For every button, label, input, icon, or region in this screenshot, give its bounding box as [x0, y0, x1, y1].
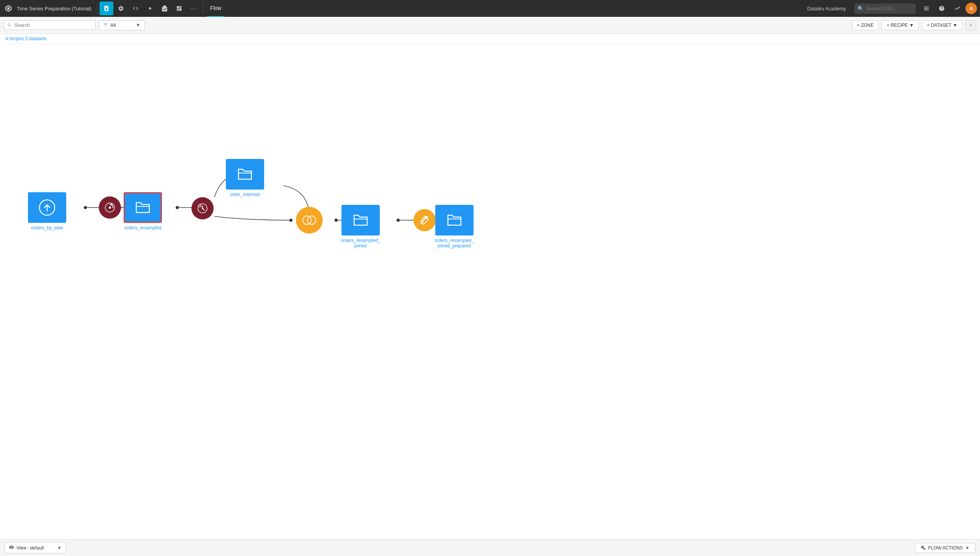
more-nav-btn[interactable]: ··· [187, 2, 201, 15]
svg-point-1 [7, 7, 10, 10]
flow-search-box[interactable] [4, 20, 96, 30]
view-dropdown-icon: ▼ [57, 545, 62, 551]
wrench-icon [921, 545, 926, 550]
project-title: Time Series Preparation (Tutorial) [17, 6, 91, 11]
add-recipe-label: + RECIPE [887, 23, 908, 28]
svg-point-18 [109, 206, 111, 209]
recipe-1-icon [103, 201, 116, 214]
svg-point-13 [335, 219, 338, 222]
user-avatar[interactable]: A [965, 3, 977, 14]
nav-right-icons: A [920, 2, 977, 15]
global-search-icon: 🔍 [858, 6, 864, 11]
app-logo[interactable] [3, 3, 14, 14]
flow-search-input[interactable] [14, 22, 92, 28]
view-selector[interactable]: View : default ▼ [5, 542, 66, 553]
filter-arrow-icon: ▼ [136, 22, 140, 28]
svg-point-11 [289, 219, 292, 222]
orders-by-date-box[interactable] [28, 192, 66, 223]
orders-resampled-joined-label: orders_resampled_joined [341, 238, 380, 249]
orders-resampled-label: orders_resampled [124, 225, 162, 231]
academy-link[interactable]: Dataiku Academy [803, 6, 851, 11]
help-btn[interactable] [935, 2, 949, 15]
order-intervals-box[interactable] [226, 159, 264, 190]
node-order-intervals[interactable]: order_intervals [226, 159, 264, 197]
view-label: View : default [16, 545, 44, 551]
flow-toolbar: All ▼ + ZONE + RECIPE ▼ + DATASET ▼ [0, 17, 980, 34]
node-recipe-2[interactable] [191, 197, 214, 219]
svg-point-24 [426, 217, 428, 219]
dashboard-nav-btn[interactable] [172, 2, 186, 15]
dataset-dropdown-icon: ▼ [953, 23, 957, 28]
recipe-1-circle[interactable] [99, 196, 121, 219]
search-icon [7, 23, 12, 28]
code-nav-btn[interactable] [129, 2, 142, 15]
add-dataset-label: + DATASET [927, 23, 951, 28]
global-search-input[interactable] [854, 3, 916, 14]
bottom-bar: View : default ▼ FLOW ACTIONS ▼ [0, 539, 980, 556]
settings-nav-btn[interactable] [114, 2, 128, 15]
dataset-upload-icon [38, 198, 57, 217]
orders-resampled-box[interactable] [124, 192, 162, 223]
svg-point-21 [199, 204, 201, 207]
svg-point-14 [397, 219, 400, 222]
node-prepare-recipe[interactable] [413, 209, 436, 231]
global-search-wrap: 🔍 [854, 3, 916, 14]
eye-icon [9, 545, 14, 551]
flow-nav-btn[interactable] [100, 2, 113, 15]
run-nav-btn[interactable] [143, 2, 157, 15]
nav-separator-2 [203, 4, 203, 13]
apps-grid-btn[interactable] [920, 2, 933, 15]
svg-point-20 [202, 208, 203, 209]
filter-icon [103, 22, 108, 28]
prepare-icon [418, 214, 431, 227]
recipe-2-circle[interactable] [191, 197, 214, 219]
flow-tab-label[interactable]: Flow [207, 0, 225, 17]
folder-icon-4 [445, 211, 464, 230]
orders-by-date-label: orders_by_date [31, 225, 63, 231]
add-dataset-btn[interactable]: + DATASET ▼ [922, 20, 962, 30]
flow-actions-label: FLOW ACTIONS [928, 545, 963, 551]
flow-canvas[interactable]: orders_by_date orders_resampled [0, 44, 980, 539]
datasets-count-link[interactable]: 5 datasets [25, 36, 46, 41]
recipes-count: 4 [5, 36, 8, 41]
datasets-label: datasets [29, 36, 46, 41]
node-orders-resampled-joined[interactable]: orders_resampled_joined [341, 205, 380, 249]
flow-stats-bar: 4 recipes 5 datasets [0, 34, 980, 44]
recipe-dropdown-icon: ▼ [909, 23, 914, 28]
folder-icon-1 [133, 198, 152, 217]
datasets-count: 5 [25, 36, 28, 41]
node-join-recipe[interactable] [296, 207, 323, 234]
top-navigation: Time Series Preparation (Tutorial) ··· F… [0, 0, 980, 17]
recipes-label: recipes [9, 36, 24, 41]
node-orders-by-date[interactable]: orders_by_date [28, 192, 66, 231]
svg-point-10 [176, 206, 179, 209]
filter-dropdown[interactable]: All ▼ [99, 20, 145, 30]
orders-resampled-joined-prepared-label: orders_resampled_joined_prepared [434, 238, 474, 249]
flow-actions-btn[interactable]: FLOW ACTIONS ▼ [915, 543, 975, 553]
flow-connections-svg [0, 44, 980, 539]
add-recipe-btn[interactable]: + RECIPE ▼ [882, 20, 919, 30]
folder-icon-3 [351, 211, 370, 230]
orders-resampled-joined-prepared-box[interactable] [435, 205, 474, 235]
flow-actions-dropdown-icon: ▼ [965, 545, 970, 551]
nav-separator-1 [97, 4, 97, 13]
node-orders-resampled-joined-prepared[interactable]: orders_resampled_joined_prepared [434, 205, 474, 249]
prepare-recipe-circle[interactable] [413, 209, 436, 231]
recipes-count-link[interactable]: 4 recipes [5, 36, 25, 41]
collapse-panel-btn[interactable] [965, 20, 976, 31]
jobs-nav-btn[interactable] [158, 2, 172, 15]
node-orders-resampled[interactable]: orders_resampled [124, 192, 162, 231]
join-recipe-circle[interactable] [296, 207, 323, 234]
svg-point-8 [84, 206, 87, 209]
join-icon [302, 213, 317, 228]
recipe-2-icon [196, 202, 209, 215]
order-intervals-label: order_intervals [230, 192, 260, 197]
folder-icon-2 [235, 165, 255, 184]
trending-btn[interactable] [950, 2, 964, 15]
add-zone-btn[interactable]: + ZONE [852, 20, 879, 30]
filter-label: All [110, 22, 116, 28]
orders-resampled-joined-box[interactable] [341, 205, 380, 235]
node-recipe-1[interactable] [99, 196, 121, 219]
